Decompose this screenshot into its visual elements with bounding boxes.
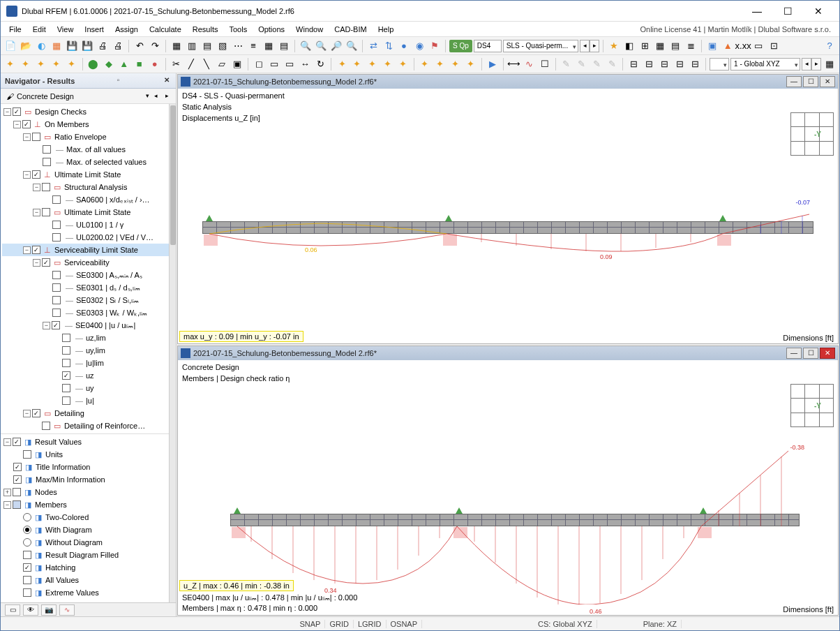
script-icon[interactable]: ⋯ [231, 39, 245, 53]
tree-item-label[interactable]: uy,lim [86, 346, 105, 355]
menu-window[interactable]: Window [290, 24, 329, 35]
view-canvas[interactable]: DS4 - SLS - Quasi-permanent Static Analy… [178, 89, 838, 343]
view-maximize-button[interactable]: ☐ [803, 76, 818, 87]
combo-select[interactable]: SLS - Quasi-perm... [503, 40, 578, 52]
tree-checkbox[interactable] [32, 133, 40, 141]
tree-checkbox[interactable] [52, 271, 61, 279]
search-icon[interactable]: 🔍 [299, 39, 313, 53]
tree-item-label[interactable]: Serviceability [64, 258, 110, 267]
line2-icon[interactable]: ╲ [200, 57, 213, 71]
menu-help[interactable]: Help [373, 24, 400, 35]
tree-checkbox[interactable] [32, 170, 40, 179]
obj4-icon[interactable]: ■ [133, 57, 147, 71]
chart-icon[interactable]: ∿ [59, 604, 75, 616]
tree-checkbox[interactable] [13, 500, 21, 509]
search3-icon[interactable]: 🔎 [329, 39, 343, 53]
cs-prev-button[interactable]: ◂ [802, 58, 811, 70]
tree-checkbox[interactable] [43, 145, 51, 154]
save-all-icon[interactable]: 💾 [80, 39, 94, 53]
tree-checkbox[interactable] [32, 409, 40, 417]
view-minimize-button[interactable]: — [786, 76, 802, 87]
navigator-tree[interactable]: −▭Design Checks −⊥On Members −▭Ratio Env… [1, 104, 176, 602]
close-button[interactable]: ✕ [803, 1, 834, 22]
menu-file[interactable]: File [3, 24, 27, 35]
menu-cadbim[interactable]: CAD-BIM [329, 24, 372, 35]
edit4-icon[interactable]: ✎ [605, 57, 619, 71]
tree-radio[interactable] [23, 526, 31, 534]
l9-icon[interactable]: ✦ [464, 57, 478, 71]
l7-icon[interactable]: ✦ [433, 57, 447, 71]
sec5-icon[interactable]: ⊟ [688, 57, 702, 71]
tree-item-label[interactable]: Extreme Values [45, 588, 99, 597]
block-icon[interactable]: ▦ [50, 39, 63, 53]
tree-item-label[interactable]: uz,lim [86, 334, 106, 342]
tree-item-label[interactable]: With Diagram [45, 526, 92, 534]
cs-next-button[interactable]: ▸ [811, 58, 821, 70]
expand-toggle[interactable]: − [33, 259, 40, 267]
star-icon[interactable]: ★ [607, 39, 621, 53]
tree-checkbox[interactable] [52, 309, 61, 317]
calc3-icon[interactable]: ▤ [277, 39, 291, 53]
expand-toggle[interactable]: − [3, 438, 11, 446]
tree-checkbox[interactable] [62, 346, 70, 355]
tree-item-label[interactable]: Two-Colored [45, 513, 89, 521]
edit1-icon[interactable]: ✎ [560, 57, 573, 71]
expand-toggle[interactable]: − [3, 501, 11, 509]
layers-icon[interactable]: ≣ [684, 39, 698, 53]
rot-icon[interactable]: ↻ [313, 57, 327, 71]
tree-item-label[interactable]: Ratio Envelope [54, 133, 107, 141]
table2-icon[interactable]: ▥ [185, 39, 199, 53]
wand4-icon[interactable]: ✦ [50, 57, 63, 71]
menu-edit[interactable]: Edit [27, 24, 52, 35]
tree-checkbox[interactable] [42, 208, 50, 216]
expand-toggle[interactable]: − [3, 108, 11, 116]
tree-checkbox[interactable] [62, 334, 70, 342]
tree-checkbox[interactable] [52, 321, 60, 329]
print-icon[interactable]: 🖨 [96, 39, 110, 53]
tree-item-label[interactable]: UL0200.02 | VEd / V… [76, 233, 153, 242]
table-icon[interactable]: ▦ [170, 39, 183, 53]
nav-next-button[interactable]: ▸ [162, 91, 172, 101]
tree-item-label[interactable]: uz [86, 371, 94, 380]
tree-radio[interactable] [23, 538, 31, 547]
prev-button[interactable]: ◂ [580, 40, 590, 52]
expand-toggle[interactable]: − [43, 322, 50, 329]
eye-icon[interactable]: 👁 [23, 604, 38, 616]
sec3-icon[interactable]: ⊟ [657, 57, 671, 71]
status-osnap[interactable]: OSNAP [387, 620, 423, 628]
node2-icon[interactable]: ◉ [412, 39, 426, 53]
tree-item-label[interactable]: SE0400 | |u / uₗᵢₘ| [75, 321, 135, 330]
menu-tools[interactable]: Tools [223, 24, 253, 35]
edit2-icon[interactable]: ✎ [574, 57, 588, 71]
rect2-icon[interactable]: ▭ [283, 57, 297, 71]
tree-item-label[interactable]: Ultimate Limit State [64, 208, 130, 216]
label-icon[interactable]: ▭ [751, 39, 765, 53]
status-lgrid[interactable]: LGRID [354, 620, 387, 628]
menu-view[interactable]: View [52, 24, 80, 35]
wand5-icon[interactable]: ✦ [65, 57, 79, 71]
tree-item-label[interactable]: Members [35, 500, 67, 509]
tree-checkbox[interactable] [23, 588, 31, 597]
tree-item-label[interactable]: All Values [45, 576, 79, 584]
tree-item-label[interactable]: SE0301 | dₛ / dₛ,ₗᵢₘ [76, 283, 140, 292]
tree-item-label[interactable]: Without Diagram [45, 538, 103, 547]
tree-checkbox[interactable] [13, 463, 22, 471]
tree-item-label[interactable]: SA0600 | x/dₑₓᵢₛₜ / ›… [76, 195, 150, 205]
zoom-icon[interactable]: 🔍 [345, 39, 359, 53]
tree-item-label[interactable]: Ultimate Limit State [54, 170, 121, 179]
status-grid[interactable]: GRID [325, 620, 354, 628]
minimize-button[interactable]: — [742, 1, 772, 22]
search2-icon[interactable]: 🔍 [314, 39, 328, 53]
view-close-button[interactable]: ✕ [820, 76, 835, 87]
expand-toggle[interactable]: − [23, 133, 31, 141]
print-graphic-icon[interactable]: 🖨 [111, 39, 125, 53]
tree-item-label[interactable]: uy [86, 384, 94, 392]
l8-icon[interactable]: ✦ [449, 57, 463, 71]
tree-item-label[interactable]: Units [45, 450, 63, 459]
menu-assign[interactable]: Assign [110, 24, 144, 35]
tree-item-label[interactable]: On Members [45, 120, 89, 128]
l5-icon[interactable]: ✦ [396, 57, 410, 71]
obj5-icon[interactable]: ● [148, 57, 162, 71]
l3-icon[interactable]: ✦ [366, 57, 380, 71]
tree-item-label[interactable]: Max. of selected values [66, 158, 147, 166]
